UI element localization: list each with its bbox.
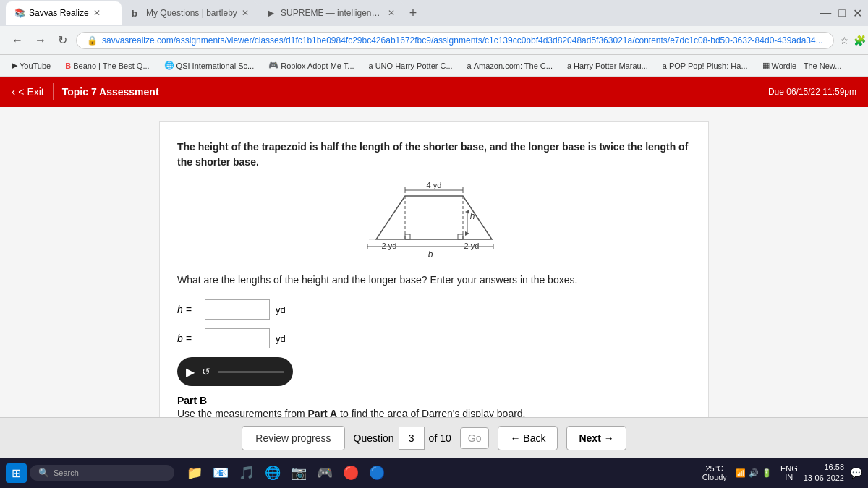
lock-icon: 🔒	[87, 35, 98, 46]
region-label: IN	[785, 473, 793, 481]
taskbar-apps: 📁 📧 🎵 🌐 📷 🎮 🔴 🔵	[183, 461, 388, 484]
taskbar-right: 25°C Cloudy 📶 🔊 🔋 ENG IN 16:58 13-06-202…	[702, 462, 862, 484]
taskbar-search[interactable]: 🔍 Search	[30, 465, 174, 481]
bookmark-youtube[interactable]: ▶ YouTube	[6, 59, 56, 72]
bookmarks-bar: ▶ YouTube B Beano | The Best Q... 🌐 QSI …	[0, 55, 868, 77]
taskbar-file-explorer[interactable]: 📁	[183, 461, 206, 484]
bookmark-pop[interactable]: a POP Pop! Plush: Ha...	[657, 60, 754, 72]
back-button[interactable]: ← Back	[498, 426, 558, 450]
instruction-bold: The height of the trapezoid is half the …	[177, 141, 688, 168]
bookmark-wordle[interactable]: ▦ Wordle - The New...	[757, 59, 848, 72]
address-bar[interactable]: 🔒 savvasrealize.com/assignments/viewer/c…	[76, 32, 834, 49]
taskbar: ⊞ 🔍 Search 📁 📧 🎵 🌐 📷 🎮 🔴 🔵 25°C Cloudy 📶…	[0, 458, 868, 488]
bookmark-amazon[interactable]: a Amazon.com: The C...	[461, 60, 558, 72]
clock-date: 13-06-2022	[804, 473, 844, 484]
tab-savvas[interactable]: 📚 Savvas Realize ✕	[6, 1, 122, 25]
b-label: b =	[177, 333, 199, 344]
h-answer-row: h = yd	[177, 299, 691, 320]
question-card: The height of the trapezoid is half the …	[159, 121, 709, 417]
tab-bartleby[interactable]: b My Questions | bartleby ✕	[123, 1, 258, 25]
window-close[interactable]: ✕	[853, 7, 862, 20]
new-tab-button[interactable]: +	[405, 6, 422, 21]
window-maximize[interactable]: □	[838, 7, 846, 20]
sys-icons: 📶 🔊 🔋	[736, 468, 772, 478]
window-actions: — □ ✕	[820, 7, 862, 20]
part-b-section: Part B Use the measurements from Part A …	[177, 395, 691, 417]
bookmark-uno[interactable]: a UNO Harry Potter C...	[363, 60, 459, 72]
h-unit: yd	[276, 304, 286, 315]
go-button[interactable]: Go	[460, 427, 490, 449]
weather-temp: 25°C	[705, 464, 723, 473]
address-text: savvasrealize.com/assignments/viewer/cla…	[102, 35, 823, 46]
next-button[interactable]: Next →	[566, 426, 626, 450]
tab-savvas-close[interactable]: ✕	[93, 8, 101, 18]
instruction-text: The height of the trapezoid is half the …	[177, 140, 691, 170]
window-minimize[interactable]: —	[820, 7, 831, 20]
taskbar-extra1[interactable]: 🔴	[339, 461, 362, 484]
svg-rect-4	[458, 234, 463, 239]
pop-icon: a	[663, 61, 667, 70]
clock-time: 16:58	[804, 462, 844, 473]
svg-text:2 yd: 2 yd	[464, 241, 480, 250]
lang-region: ENG IN	[780, 464, 798, 481]
start-button[interactable]: ⊞	[6, 463, 27, 483]
part-b-label: Part B	[177, 395, 691, 406]
tab-supreme-title: SUPREME — intelligence + m	[281, 8, 383, 18]
svg-text:h: h	[470, 211, 475, 221]
forward-nav-button[interactable]: →	[32, 31, 49, 50]
taskbar-spotify[interactable]: 🎮	[313, 461, 336, 484]
network-icon[interactable]: 📶	[736, 468, 746, 478]
question-nav: Question 3 of 10	[354, 427, 451, 450]
b-input[interactable]	[205, 328, 270, 348]
audio-player[interactable]: ▶ ↺	[177, 357, 293, 386]
of-label: of 10	[429, 432, 451, 444]
tab-supreme[interactable]: ▶ SUPREME — intelligence + m ✕	[259, 1, 404, 25]
beano-icon: B	[65, 61, 71, 70]
replay-button[interactable]: ↺	[202, 366, 210, 377]
taskbar-extra2[interactable]: 🔵	[365, 461, 388, 484]
svg-text:2 yd: 2 yd	[382, 241, 397, 250]
diagram-container: 4 yd 2 yd 2 yd b h	[177, 181, 691, 261]
answer-section: h = yd b = yd	[177, 299, 691, 348]
amazon-icon: a	[467, 61, 472, 70]
taskbar-camera[interactable]: 📷	[287, 461, 310, 484]
question-nav-label: Question	[354, 432, 394, 444]
h-label: h =	[177, 304, 199, 315]
roblox-icon: 🎮	[268, 61, 278, 70]
tab-supreme-close[interactable]: ✕	[388, 8, 395, 18]
nav-icons: ☆ 🧩 👤 ⋮	[840, 35, 868, 46]
battery-icon[interactable]: 🔋	[762, 468, 772, 478]
taskbar-clock: 16:58 13-06-2022	[804, 462, 844, 484]
content-area: The height of the trapezoid is half the …	[0, 107, 868, 417]
h-input[interactable]	[205, 299, 270, 320]
lang-label: ENG	[780, 464, 798, 473]
bookmark-star-icon[interactable]: ☆	[840, 35, 849, 46]
question-number-input[interactable]: 3	[399, 427, 425, 450]
taskbar-browser[interactable]: 🌐	[261, 461, 284, 484]
back-nav-button[interactable]: ←	[9, 31, 26, 50]
hp-marau-icon: a	[567, 61, 571, 70]
volume-icon[interactable]: 🔊	[749, 468, 759, 478]
exit-button[interactable]: ‹ < Exit	[12, 85, 44, 98]
bookmark-roblox[interactable]: 🎮 Roblox Adopt Me T...	[263, 59, 359, 72]
bookmark-hp-marau[interactable]: a Harry Potter Marau...	[561, 60, 654, 72]
play-button[interactable]: ▶	[186, 365, 195, 379]
supreme-favicon: ▶	[268, 8, 276, 18]
review-progress-button[interactable]: Review progress	[242, 426, 344, 450]
bookmark-qsi[interactable]: 🌐 QSI International Sc...	[158, 59, 260, 72]
refresh-button[interactable]: ↻	[55, 30, 70, 50]
audio-progress-bar	[218, 371, 284, 373]
nav-bar: ← → ↻ 🔒 savvasrealize.com/assignments/vi…	[0, 26, 868, 55]
taskbar-mail[interactable]: 📧	[209, 461, 232, 484]
due-date: Due 06/15/22 11:59pm	[768, 87, 856, 97]
tab-bartleby-close[interactable]: ✕	[242, 8, 249, 18]
taskbar-media[interactable]: 🎵	[235, 461, 258, 484]
weather-info: 25°C Cloudy	[702, 464, 727, 481]
notification-icon[interactable]: 💬	[850, 467, 862, 479]
browser-frame: 📚 Savvas Realize ✕ b My Questions | bart…	[0, 0, 868, 488]
app-container: ‹ < Exit Topic 7 Assessment Due 06/15/22…	[0, 77, 868, 458]
b-answer-row: b = yd	[177, 328, 691, 348]
extension-icon[interactable]: 🧩	[854, 35, 866, 46]
tab-savvas-title: Savvas Realize	[29, 8, 89, 18]
bookmark-beano[interactable]: B Beano | The Best Q...	[59, 60, 155, 72]
